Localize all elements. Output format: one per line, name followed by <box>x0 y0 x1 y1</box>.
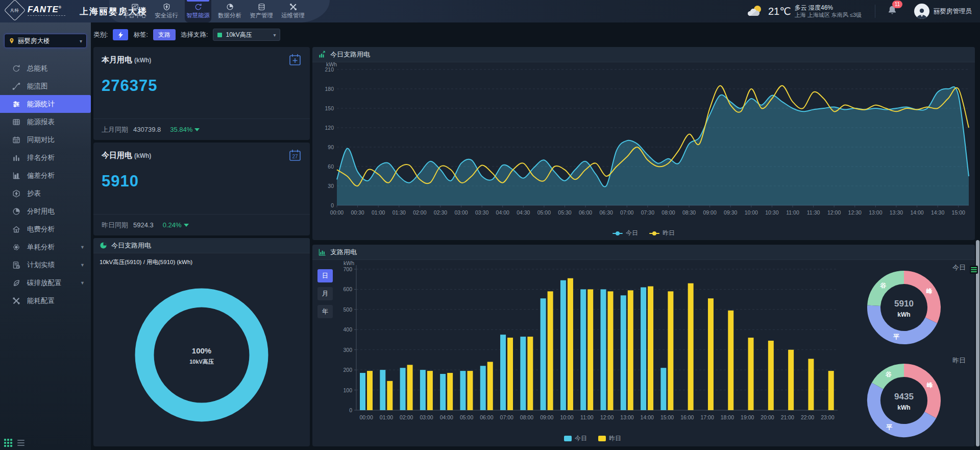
brand-name: FANTE® <box>28 5 65 14</box>
svg-text:14:00: 14:00 <box>910 209 923 216</box>
sidebar-item-6[interactable]: 排名分析 <box>0 149 91 167</box>
period-toggle-日[interactable]: 日 <box>317 269 333 282</box>
svg-text:09:00: 09:00 <box>703 209 716 216</box>
sidebar-item-10[interactable]: 电费分析 <box>0 220 91 238</box>
sidebar-item-5[interactable]: 同期对比 <box>0 131 91 149</box>
calendar-day-icon[interactable]: 27 <box>288 149 302 162</box>
svg-text:07:30: 07:30 <box>641 209 654 216</box>
period-toggle-年[interactable]: 年 <box>317 305 333 318</box>
svg-text:120: 120 <box>325 125 334 131</box>
yesterday-line-marker <box>649 233 659 234</box>
bar-panel-header: 支路用电 <box>312 245 975 260</box>
line-panel-title: 今日支路用电 <box>330 50 370 59</box>
deviation-icon <box>12 172 20 180</box>
wrench-icon <box>12 297 20 305</box>
svg-text:06:00: 06:00 <box>480 414 493 420</box>
avatar <box>914 4 929 19</box>
topnav-item-5[interactable]: 资产管理 <box>248 0 275 22</box>
sidebar-item-7[interactable]: 偏差分析 <box>0 167 91 184</box>
svg-text:10:00: 10:00 <box>560 414 573 420</box>
sidebar-item-4[interactable]: 能源报表 <box>0 113 91 131</box>
svg-text:21:00: 21:00 <box>781 414 794 420</box>
platform-icon <box>131 3 139 11</box>
svg-text:22:00: 22:00 <box>801 414 814 420</box>
floating-menu-icon[interactable] <box>970 266 978 274</box>
sidebar-item-1[interactable]: 总能耗 <box>0 59 91 77</box>
notifications-button[interactable]: 11 <box>888 5 897 17</box>
rank-icon <box>12 154 20 162</box>
svg-text:07:00: 07:00 <box>500 414 513 420</box>
svg-text:15:00: 15:00 <box>660 414 674 420</box>
sidebar-item-9[interactable]: 分时用电 <box>0 202 91 220</box>
temperature: 21℃ <box>768 5 791 17</box>
weather-widget: 21℃ 多云 湿度46% 上海 上海城区 东南风 ≤3级 <box>747 4 862 19</box>
month-delta[interactable]: 35.84% <box>170 126 200 133</box>
svg-text:00:30: 00:30 <box>351 209 364 216</box>
sidebar-item-3[interactable]: 能源统计 <box>0 95 91 113</box>
svg-text:200: 200 <box>343 367 352 373</box>
svg-text:02:30: 02:30 <box>434 209 447 216</box>
top-nav: 平台中心安全运行智慧能源数据分析资产管理运维管理 <box>121 0 306 22</box>
sidebar-item-12[interactable]: 计划实绩▼ <box>0 256 91 274</box>
sidebar-item-2[interactable]: 能流图 <box>0 77 91 95</box>
sidebar-item-label: 抄表 <box>27 189 41 198</box>
today-delta[interactable]: 0.24% <box>163 221 189 229</box>
weather-sun-cloud-icon <box>747 5 765 18</box>
today-tou-donut-chart[interactable]: 峰平谷5910kWh <box>861 264 947 351</box>
topnav-label: 数据分析 <box>218 12 241 19</box>
topnav-item-6[interactable]: 运维管理 <box>280 0 306 22</box>
category-electric-button[interactable] <box>113 29 128 40</box>
legend-yesterday[interactable]: 昨日 <box>649 229 675 238</box>
yesterday-tou-donut: 昨日 峰平谷9435kWh <box>846 354 969 447</box>
month-usage-value: 276375 <box>102 77 157 95</box>
month-card-footer: 上月同期 430739.8 35.84% <box>93 119 310 140</box>
recycle-icon <box>12 64 20 73</box>
donut-subtitle: 10kV高压(5910) / 用电(5910) (kWh) <box>100 258 192 266</box>
location-pin-icon <box>9 37 15 44</box>
branch-select[interactable]: 10kV高压 ▾ <box>213 29 280 41</box>
topnav-item-2[interactable]: 安全运行 <box>153 0 180 22</box>
line-chart[interactable]: kWh030609012015018021000:0000:3001:0001:… <box>314 62 973 219</box>
svg-text:04:00: 04:00 <box>440 414 453 420</box>
apps-grid-icon[interactable] <box>4 439 12 447</box>
building-select[interactable]: 丽婴房大楼 ▾ <box>4 34 87 48</box>
today-card-title: 今日用电(kWh) <box>102 151 151 160</box>
today-branch-line-panel: 今日支路用电 kWh030609012015018021000:0000:300… <box>312 47 975 240</box>
svg-text:12:00: 12:00 <box>827 209 841 216</box>
svg-text:谷: 谷 <box>885 371 892 378</box>
svg-text:05:00: 05:00 <box>537 209 551 216</box>
list-icon[interactable] <box>17 440 24 446</box>
legend-yesterday[interactable]: 昨日 <box>598 434 621 443</box>
bar-panel-title: 支路用电 <box>330 248 357 257</box>
sidebar-item-14[interactable]: 能耗配置 <box>0 292 91 310</box>
svg-text:11:00: 11:00 <box>580 414 594 420</box>
sidebar-item-8[interactable]: 抄表 <box>0 184 91 202</box>
period-toggle-月[interactable]: 月 <box>317 287 333 300</box>
topnav-item-4[interactable]: 数据分析 <box>216 0 243 22</box>
topnav-label: 智慧能源 <box>186 12 210 19</box>
user-menu[interactable]: 丽婴房管理员 <box>914 4 972 19</box>
sidebar-item-13[interactable]: 碳排放配置▼ <box>0 274 91 292</box>
topnav-item-3[interactable]: 智慧能源 <box>185 0 211 22</box>
today-usage-value: 5910 <box>102 172 139 191</box>
sidebar-item-11[interactable]: 单耗分析▼ <box>0 238 91 256</box>
legend-today[interactable]: 今日 <box>612 229 638 238</box>
topnav-item-1[interactable]: 平台中心 <box>121 0 148 22</box>
svg-text:150: 150 <box>325 105 334 111</box>
svg-text:03:00: 03:00 <box>420 414 433 420</box>
tag-branch-button[interactable]: 支路 <box>153 29 176 40</box>
topnav-label: 平台中心 <box>123 12 146 19</box>
brand-tagline-rule <box>28 15 65 16</box>
calendar-add-icon[interactable] <box>288 53 302 66</box>
legend-today[interactable]: 今日 <box>564 434 587 443</box>
shield-icon <box>163 3 170 11</box>
trend-chart-icon <box>318 51 326 58</box>
total-donut-chart[interactable] <box>128 281 276 429</box>
bar-chart[interactable]: kWh010020030040050060070000:0001:0002:00… <box>335 261 850 433</box>
svg-text:00:00: 00:00 <box>360 414 373 420</box>
sidebar-item-label: 偏差分析 <box>27 171 55 180</box>
svg-text:20:00: 20:00 <box>761 414 774 420</box>
sidebar-item-label: 碳排放配置 <box>27 278 62 288</box>
yesterday-tou-donut-chart[interactable]: 峰平谷9435kWh <box>861 357 947 444</box>
chevron-down-icon: ▼ <box>80 245 85 250</box>
